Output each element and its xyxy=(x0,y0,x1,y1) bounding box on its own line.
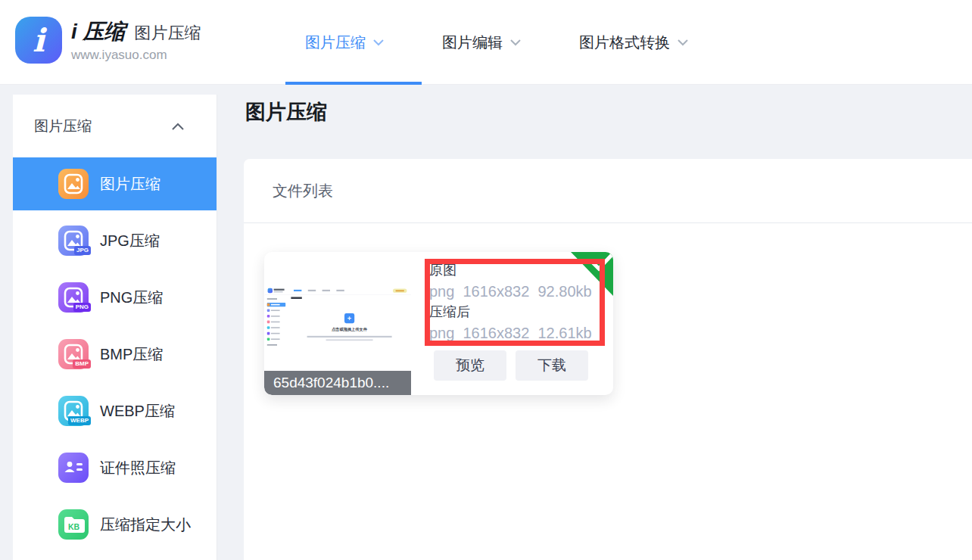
success-check-icon xyxy=(571,252,613,296)
sidebar-item-label: 图片压缩 xyxy=(100,174,160,194)
panel-title: 文件列表 xyxy=(273,181,333,201)
brand-logo-icon: i xyxy=(15,17,62,64)
nav-item-label: 图片格式转换 xyxy=(579,33,670,53)
format-badge: PNG xyxy=(73,303,91,312)
chevron-down-icon xyxy=(677,39,689,46)
active-nav-underline xyxy=(285,82,422,85)
nav-item-label: 图片编辑 xyxy=(442,33,503,53)
mini-upload-text: 点击或拖拽上传文件 xyxy=(332,327,367,332)
download-button[interactable]: 下载 xyxy=(516,350,588,381)
sidebar-item-webp-compress[interactable]: WEBP WEBP压缩 xyxy=(13,384,217,437)
sidebar-item-label: PNG压缩 xyxy=(100,288,163,308)
mini-logo xyxy=(268,288,273,293)
file-actions: 预览 下载 xyxy=(434,350,588,381)
png-compress-icon: PNG xyxy=(58,282,89,313)
brand-subtitle: 图片压缩 xyxy=(135,22,201,45)
mini-page-title-bar xyxy=(291,297,301,299)
mini-nav xyxy=(294,290,344,291)
image-compress-icon xyxy=(58,169,89,199)
thumbnail-mini-site: + 点击或拖拽上传文件 xyxy=(265,286,411,371)
page-title: 图片压缩 xyxy=(245,98,327,126)
sidebar-item-label: 压缩指定大小 xyxy=(100,515,191,535)
mini-upload-plus-icon: + xyxy=(344,313,354,323)
brand-logo[interactable]: i i 压缩 图片压缩 www.iyasuo.com xyxy=(15,17,201,64)
brand-name: i 压缩 xyxy=(71,17,126,46)
bmp-compress-icon: BMP xyxy=(58,339,89,369)
original-label: 原图 xyxy=(429,261,592,280)
chevron-down-icon xyxy=(509,39,522,46)
sidebar-item-compress-to-size[interactable]: KB 压缩指定大小 xyxy=(13,498,217,551)
chevron-down-icon xyxy=(372,39,385,46)
jpg-compress-icon: JPG xyxy=(58,226,89,256)
mini-header xyxy=(265,286,411,295)
format-badge: JPG xyxy=(74,246,91,255)
chevron-up-icon xyxy=(171,123,185,131)
mini-login-button xyxy=(393,289,407,293)
sidebar-item-image-compress[interactable]: 图片压缩 xyxy=(13,157,217,210)
sidebar-item-png-compress[interactable]: PNG PNG压缩 xyxy=(13,271,217,324)
file-list-panel: 文件列表 xyxy=(244,159,972,560)
compress-to-size-icon: KB xyxy=(58,509,89,540)
sidebar-item-bmp-compress[interactable]: BMP BMP压缩 xyxy=(13,328,217,381)
mini-logo-text-bar xyxy=(274,289,285,291)
mini-sidebar xyxy=(265,295,288,371)
sidebar-item-label: BMP压缩 xyxy=(100,344,163,365)
file-item-card: + 点击或拖拽上传文件 65d43f024b1b0.... 原图 png 161… xyxy=(264,252,613,395)
sidebar-item-label: 证件照压缩 xyxy=(100,458,176,478)
format-badge: WEBP xyxy=(68,416,91,425)
kb-folder-glyph-icon: KB xyxy=(58,509,89,540)
compressed-label: 压缩后 xyxy=(429,303,592,322)
compressed-info: png 1616x832 12.61kb xyxy=(429,322,592,344)
brand-text: i 压缩 图片压缩 www.iyasuo.com xyxy=(71,17,201,63)
preview-button[interactable]: 预览 xyxy=(434,350,506,381)
sidebar-list: 图片压缩 JPG JPG压缩 PNG P xyxy=(13,157,217,551)
original-info: png 1616x832 92.80kb xyxy=(429,280,592,303)
id-photo-icon xyxy=(58,453,89,483)
sidebar-item-label: WEBP压缩 xyxy=(100,401,175,422)
brand-domain: www.iyasuo.com xyxy=(71,48,201,63)
sidebar-item-jpg-compress[interactable]: JPG JPG压缩 xyxy=(13,214,217,267)
image-glyph-icon xyxy=(58,169,89,199)
sidebar-group-image-compress[interactable]: 图片压缩 xyxy=(13,108,217,145)
webp-compress-icon: WEBP xyxy=(58,396,89,426)
svg-text:KB: KB xyxy=(68,522,80,531)
id-card-glyph-icon xyxy=(58,453,89,483)
format-badge: BMP xyxy=(73,359,91,369)
nav-item-label: 图片压缩 xyxy=(305,33,366,53)
file-info: 原图 png 1616x832 92.80kb 压缩后 png 1616x832… xyxy=(429,261,592,346)
nav-item-image-edit[interactable]: 图片编辑 xyxy=(442,33,522,53)
mini-desc-bar xyxy=(307,336,392,338)
mini-main: + 点击或拖拽上传文件 xyxy=(288,295,411,371)
sidebar: 图片压缩 图片压缩 JPG J xyxy=(13,95,217,560)
top-nav: 图片压缩 图片编辑 图片格式转换 xyxy=(305,0,689,85)
file-thumbnail[interactable]: + 点击或拖拽上传文件 xyxy=(265,286,411,371)
panel-header: 文件列表 xyxy=(244,159,972,223)
mini-body: + 点击或拖拽上传文件 xyxy=(265,295,411,371)
nav-item-format-convert[interactable]: 图片格式转换 xyxy=(579,33,689,53)
sidebar-group-label: 图片压缩 xyxy=(34,117,92,136)
mini-desc-bar xyxy=(326,339,373,341)
nav-item-image-compress[interactable]: 图片压缩 xyxy=(305,33,385,53)
mini-logo-text-bar xyxy=(274,291,283,293)
file-name: 65d43f024b1b0.... xyxy=(264,371,411,395)
app-header: i i 压缩 图片压缩 www.iyasuo.com 图片压缩 图片编辑 图片格… xyxy=(0,0,972,85)
sidebar-item-id-photo-compress[interactable]: 证件照压缩 xyxy=(13,441,217,494)
sidebar-item-label: JPG压缩 xyxy=(100,231,160,251)
